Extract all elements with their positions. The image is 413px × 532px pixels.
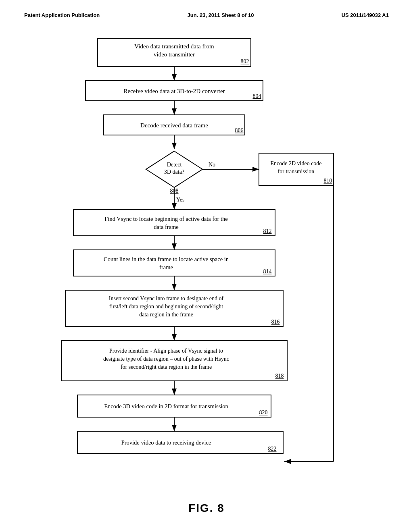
- svg-text:Provide video data to receivin: Provide video data to receiving device: [121, 439, 211, 446]
- svg-text:Yes: Yes: [176, 197, 184, 203]
- svg-text:Decode received data frame: Decode received data frame: [140, 122, 208, 129]
- svg-text:data frame: data frame: [154, 224, 179, 230]
- page-header: Patent Application Publication Jun. 23, …: [24, 12, 389, 18]
- svg-text:data region in the frame: data region in the frame: [139, 312, 193, 318]
- svg-text:814: 814: [263, 268, 272, 274]
- svg-text:Encode 3D video code in 2D for: Encode 3D video code in 2D format for tr…: [104, 403, 228, 409]
- figure-caption: FIG. 8: [24, 502, 389, 515]
- svg-rect-33: [73, 250, 275, 276]
- svg-text:822: 822: [268, 446, 277, 452]
- svg-text:820: 820: [259, 409, 268, 416]
- svg-text:Insert second Vsync into frame: Insert second Vsync into frame to design…: [109, 295, 224, 301]
- svg-text:No: No: [209, 162, 215, 168]
- svg-rect-28: [73, 210, 275, 236]
- svg-text:Provide identifier - Align pha: Provide identifier - Align phase of Vsyn…: [109, 348, 223, 354]
- svg-text:Encode 2D video code: Encode 2D video code: [270, 160, 321, 166]
- page: Patent Application Publication Jun. 23, …: [0, 0, 413, 532]
- svg-text:Find Vsync to locate beginning: Find Vsync to locate beginning of active…: [104, 216, 227, 222]
- svg-text:816: 816: [271, 319, 280, 325]
- svg-text:806: 806: [235, 127, 244, 133]
- svg-text:Video data transmitted data fr: Video data transmitted data from: [134, 43, 214, 50]
- svg-text:Count lines in the data frame : Count lines in the data frame to locate …: [104, 256, 229, 262]
- svg-text:designate type of data region : designate type of data region – out of p…: [103, 356, 229, 362]
- svg-text:802: 802: [241, 58, 249, 64]
- flowchart-svg: Video data transmitted data from video t…: [33, 34, 380, 486]
- svg-text:first/left data region and beg: first/left data region and beginning of …: [109, 303, 223, 310]
- svg-text:for second/right data region i: for second/right data region in the fram…: [121, 364, 212, 370]
- header-middle: Jun. 23, 2011 Sheet 8 of 10: [188, 12, 254, 18]
- svg-text:video transmitter: video transmitter: [154, 51, 195, 58]
- svg-text:810: 810: [324, 178, 332, 184]
- svg-text:Detect: Detect: [167, 162, 182, 168]
- header-left: Patent Application Publication: [24, 12, 100, 18]
- svg-text:Receive video data at 3D-to-2D: Receive video data at 3D-to-2D converter: [123, 88, 225, 94]
- svg-text:818: 818: [275, 373, 284, 379]
- svg-text:804: 804: [253, 93, 261, 99]
- header-right: US 2011/149032 A1: [342, 12, 389, 18]
- svg-text:3D data?: 3D data?: [164, 169, 184, 175]
- svg-text:frame: frame: [159, 264, 173, 270]
- diagram-container: Video data transmitted data from video t…: [24, 34, 389, 486]
- svg-text:for transmission: for transmission: [278, 168, 315, 175]
- svg-text:812: 812: [263, 228, 272, 234]
